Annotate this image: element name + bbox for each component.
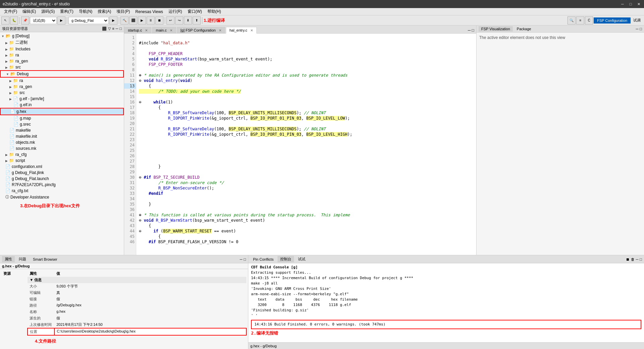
tree-item-g-hex[interactable]: g.hex [0, 108, 124, 115]
tree-item-g-debug-jlink[interactable]: g Debug_Flat.jlink [0, 170, 124, 176]
tree-item-g-debug[interactable]: g [Debug] [0, 33, 124, 39]
code-line-30: /* Enter non-secure code */ [139, 180, 224, 185]
toolbar-btn4[interactable]: ⏹ [155, 16, 163, 25]
toolbar-bug-btn[interactable]: 🐛 [10, 16, 18, 25]
props-value-modified: 2021年8月17日 下午2:14:50 [54, 321, 246, 328]
toolbar-btn2[interactable]: ▶ [138, 16, 146, 25]
debug-tab[interactable]: 试试 [295, 256, 308, 262]
code-area[interactable]: #include "hal_data.h" FSP_CPP_HEADER voi… [136, 34, 476, 255]
menu-renesas[interactable]: Renesas Views [133, 9, 166, 15]
menu-file[interactable]: 文件(F) [1, 8, 20, 15]
menu-search[interactable]: 搜索(A) [95, 8, 114, 15]
tree-item-g-elf-in[interactable]: g.elf.in [0, 102, 124, 108]
tree-item-ra[interactable]: ra [0, 52, 124, 58]
console-tab[interactable]: 控制台 [278, 256, 294, 262]
bottom-left-min-btn[interactable]: ─ [240, 257, 243, 261]
menu-help[interactable]: 帮助(H) [205, 8, 224, 15]
package-tab[interactable]: Package [514, 26, 534, 32]
tree-item-sources-mk[interactable]: sources.mk [0, 145, 124, 151]
right-panel-min-btn[interactable]: ─ [636, 27, 639, 31]
tree-item-g-debug-launch[interactable]: g Debug_Flat.launch [0, 176, 124, 182]
console-clear-btn[interactable]: 🗑 [631, 257, 635, 261]
title-bar: e2studio - g/src/hal_entry.c - e² studio… [0, 0, 644, 8]
toolbar-arrow-btn[interactable]: ▶ [57, 16, 65, 25]
line-35: 35 [124, 202, 136, 207]
tree-item-ra-cfg[interactable]: ra_cfg [0, 151, 124, 158]
tree-item-debug-ra[interactable]: ra [0, 78, 124, 84]
tree-item-g-elf[interactable]: g.elf - [arm/le] [0, 96, 124, 102]
console-min-btn[interactable]: ─ [636, 257, 639, 261]
bottom-left-max-btn[interactable]: □ [244, 257, 246, 261]
tree-item-includes[interactable]: Includes [0, 46, 124, 52]
fsp-visualization-tab[interactable]: FSP Visualization [479, 26, 513, 32]
toolbar-btn9[interactable]: ≡ [576, 16, 584, 25]
fsp-config-tab[interactable]: FSP Configuration [594, 17, 631, 24]
tree-item-ra-cfg-txt[interactable]: ra_cfg.txt [0, 188, 124, 194]
pin-conflicts-tab[interactable]: Pin Conflicts [250, 257, 276, 262]
tree-label-ra-gen: ra_gen [15, 59, 28, 63]
toolbar-c-btn[interactable]: C [585, 16, 593, 25]
config-dropdown[interactable]: g Debug_Flat [68, 17, 109, 24]
tree-item-binaries[interactable]: 二进制 [0, 39, 124, 46]
sidebar-maximize-btn[interactable]: □ [119, 27, 122, 31]
tree-item-makefile-init[interactable]: makefile.init [0, 133, 124, 139]
toolbar-btn8[interactable]: ⬆ [193, 16, 201, 25]
menu-window[interactable]: 窗口(W) [185, 8, 205, 15]
menu-refactor[interactable]: 重构(T) [57, 8, 76, 15]
toolbar-cursor-btn[interactable]: ↖ [1, 16, 9, 25]
sidebar-menu-btn[interactable]: ≡ [112, 27, 114, 31]
tab-close-fsp[interactable]: ✕ [219, 29, 221, 32]
toolbar-build-btn[interactable]: 🔨 [120, 16, 129, 25]
tree-item-objects-mk[interactable]: objects.mk [0, 139, 124, 145]
toolbar-run-btn[interactable]: ▶ [109, 16, 117, 25]
toolbar-btn6[interactable]: ↪ [175, 16, 183, 25]
toolbar-debug-label[interactable]: 试调 [631, 18, 643, 23]
tree-item-developer-assistance[interactable]: ⓘ Developer Assistance [0, 194, 124, 200]
tree-item-debug-ra-gen[interactable]: ra_gen [0, 84, 124, 90]
tree-item-pincfg[interactable]: R7FA2E1A72DFL.pincfg [0, 182, 124, 188]
tab-close-startup[interactable]: ✕ [145, 29, 148, 32]
menu-run[interactable]: 运行(R) [166, 8, 185, 15]
tree-item-g-map[interactable]: g.map [0, 115, 124, 121]
tab-startup-c[interactable]: startup.c ✕ [124, 27, 151, 33]
code-line-21: R_IOPORT_PinWrite(&g_ioport_ctrl, BSP_IO… [139, 132, 352, 137]
tree-item-makefile[interactable]: makefile [0, 127, 124, 133]
toolbar-btn5[interactable]: ↩ [166, 16, 175, 25]
tab-close-main[interactable]: ✕ [170, 29, 172, 32]
tab-close-hal[interactable]: ✕ [250, 29, 253, 32]
editor-min-btn[interactable]: ─ [468, 28, 471, 33]
menu-project[interactable]: 项目(P) [114, 8, 133, 15]
tree-item-g-srec[interactable]: g.srec [0, 121, 124, 127]
tab-main-c[interactable]: main.c ✕ [152, 27, 176, 33]
tree-item-config-xml[interactable]: configuration.xml [0, 164, 124, 170]
restore-button[interactable]: □ [628, 1, 633, 7]
menu-navigate[interactable]: 导航(N) [76, 8, 95, 15]
tab-hal-entry[interactable]: hal_entry.c ✕ [226, 27, 257, 34]
debug-dropdown[interactable]: 试试(B) [30, 17, 57, 24]
editor-max-btn[interactable]: □ [472, 28, 474, 33]
menu-source[interactable]: 源码(S) [39, 8, 57, 15]
toolbar-btn7[interactable]: ⬇ [184, 16, 192, 25]
toolbar-btn1[interactable]: ⬛ [129, 16, 137, 25]
tree-item-ra-gen[interactable]: ra_gen [0, 58, 124, 64]
props-tab[interactable]: 属性 [2, 256, 15, 262]
smart-browser-tab[interactable]: Smart Browser [30, 257, 60, 262]
minimize-button[interactable]: ─ [620, 1, 625, 7]
problems-tab[interactable]: 问题 [16, 256, 29, 262]
console-stop-btn[interactable]: ⏹ [626, 257, 630, 261]
tab-fsp-config[interactable]: [g] FSP Configuration ✕ [177, 27, 225, 33]
console-max-btn[interactable]: □ [640, 257, 642, 261]
tree-item-script[interactable]: script [0, 158, 124, 164]
sidebar-filter-btn[interactable]: ▽ [108, 27, 111, 31]
sidebar-collapse-btn[interactable]: ⬛ [102, 27, 107, 31]
toolbar-btn3[interactable]: ⏸ [147, 16, 155, 25]
toolbar-pin-btn[interactable]: 📌 [21, 16, 29, 25]
sidebar-minimize-btn[interactable]: ─ [116, 27, 118, 31]
menu-edit[interactable]: 编辑(E) [20, 8, 39, 15]
tree-item-debug[interactable]: Debug [0, 70, 124, 78]
right-panel-max-btn[interactable]: □ [640, 27, 642, 31]
toolbar-search-btn[interactable]: 🔍 [567, 16, 576, 25]
tree-item-src[interactable]: src [0, 64, 124, 70]
close-button[interactable]: ✕ [636, 1, 641, 7]
tree-item-debug-src[interactable]: src [0, 90, 124, 96]
